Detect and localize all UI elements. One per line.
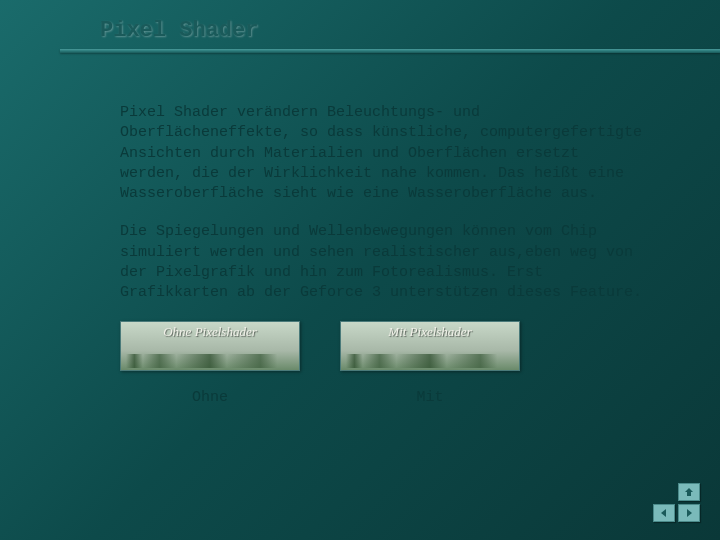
slide-container: Pixel Shader Pixel Shader verändern Bele…: [0, 0, 720, 540]
image-without-label: Ohne Pixelshader: [163, 324, 257, 340]
nav-prev-button[interactable]: [653, 504, 675, 522]
caption-without: Ohne: [120, 389, 300, 406]
paragraph-2: Die Spiegelungen und Wellenbewegungen kö…: [120, 222, 650, 303]
images-row: Ohne Pixelshader Mit Pixelshader: [0, 321, 720, 371]
nav-next-button[interactable]: [678, 504, 700, 522]
body-content: Pixel Shader verändern Beleuchtungs- und…: [0, 53, 720, 303]
image-with-label: Mit Pixelshader: [388, 324, 471, 340]
captions-row: Ohne Mit: [0, 389, 720, 406]
page-title: Pixel Shader: [0, 18, 720, 43]
nav-button-group: [653, 483, 700, 522]
caption-with: Mit: [340, 389, 520, 406]
nav-home-button[interactable]: [678, 483, 700, 501]
arrow-left-icon: [659, 508, 669, 518]
arrow-right-icon: [684, 508, 694, 518]
image-with-shader: Mit Pixelshader: [340, 321, 520, 371]
image-without-shader: Ohne Pixelshader: [120, 321, 300, 371]
paragraph-1: Pixel Shader verändern Beleuchtungs- und…: [120, 103, 650, 204]
home-icon: [684, 487, 694, 497]
